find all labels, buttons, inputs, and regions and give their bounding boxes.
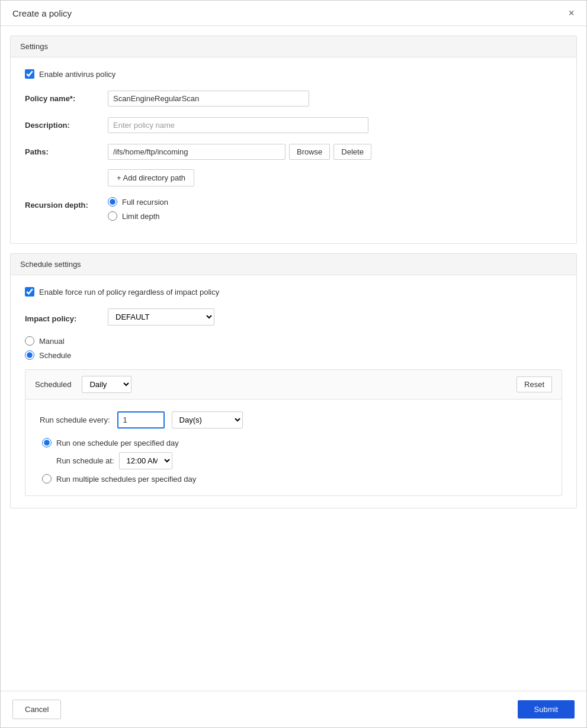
impact-policy-label: Impact policy: [25,311,108,323]
paths-label: Paths: [25,144,108,156]
schedule-type-group: Manual Schedule [25,336,562,360]
impact-policy-select[interactable]: DEFAULT LOW MEDIUM HIGH [108,308,214,326]
description-input[interactable] [108,117,368,133]
create-policy-dialog: Create a policy × Settings Enable antivi… [0,0,587,728]
schedule-section-body: Enable force run of policy regardless of… [11,275,576,508]
paths-control: Browse Delete + Add directory path [108,144,562,186]
schedule-label: Schedule [39,351,71,360]
policy-name-control [108,91,562,107]
delete-button[interactable]: Delete [333,144,371,160]
run-every-input[interactable] [117,411,165,429]
enable-antivirus-checkbox[interactable] [25,69,34,79]
full-recursion-radio[interactable] [108,197,117,207]
schedule-radio[interactable] [25,350,34,360]
enable-force-run-label: Enable force run of policy regardless of… [39,288,219,297]
limit-depth-label: Limit depth [122,212,160,221]
scheduled-label: Scheduled [35,380,71,389]
enable-antivirus-label: Enable antivirus policy [39,70,116,79]
time-select[interactable]: 12:00 AM 1:00 AM 2:00 AM 6:00 AM 12:00 P… [119,452,172,469]
submit-button[interactable]: Submit [518,700,575,719]
run-at-row: Run schedule at: 12:00 AM 1:00 AM 2:00 A… [56,452,547,469]
schedule-box: Scheduled Daily Weekly Monthly Reset [25,369,562,496]
dialog-title: Create a policy [12,8,72,18]
policy-name-input[interactable] [108,91,309,107]
paths-row: Paths: Browse Delete + Add directory pat… [25,144,562,186]
dialog-body: Settings Enable antivirus policy Policy … [1,26,586,691]
run-every-label: Run schedule every: [40,415,110,424]
schedule-section-header: Schedule settings [11,254,576,275]
settings-section: Settings Enable antivirus policy Policy … [10,36,577,244]
impact-policy-row: Impact policy: DEFAULT LOW MEDIUM HIGH [25,308,562,326]
recursion-radio-group: Full recursion Limit depth [108,197,562,221]
policy-name-row: Policy name*: [25,91,562,107]
run-at-label: Run schedule at: [56,456,114,465]
recursion-depth-row: Recursion depth: Full recursion Limit de… [25,197,562,221]
cancel-button[interactable]: Cancel [12,700,61,719]
description-label: Description: [25,117,108,130]
enable-force-run-row: Enable force run of policy regardless of… [25,287,562,297]
run-schedule-options: Run one schedule per specified day Run s… [42,438,547,484]
add-directory-path-button[interactable]: + Add directory path [108,169,194,186]
schedule-box-body: Run schedule every: Day(s) Week(s) Month… [25,400,562,495]
dialog-header: Create a policy × [1,1,586,26]
multiple-schedule-option: Run multiple schedules per specified day [42,474,547,484]
one-schedule-label: Run one schedule per specified day [56,439,179,447]
frequency-select[interactable]: Daily Weekly Monthly [82,376,131,393]
policy-name-label: Policy name*: [25,91,108,103]
close-button[interactable]: × [568,8,575,18]
reset-button[interactable]: Reset [517,376,552,392]
recursion-depth-control: Full recursion Limit depth [108,197,562,221]
settings-section-header: Settings [11,36,576,57]
recursion-depth-label: Recursion depth: [25,197,108,210]
multiple-schedule-label: Run multiple schedules per specified day [56,475,196,484]
dialog-footer: Cancel Submit [1,691,586,727]
one-schedule-option: Run one schedule per specified day [42,438,547,447]
enable-force-run-checkbox[interactable] [25,287,34,297]
full-recursion-option: Full recursion [108,197,562,207]
scheduled-control-row: Scheduled Daily Weekly Monthly [35,376,131,393]
schedule-box-header: Scheduled Daily Weekly Monthly Reset [25,370,562,400]
limit-depth-option: Limit depth [108,211,562,221]
schedule-option: Schedule [25,350,562,360]
multiple-schedule-radio[interactable] [42,474,52,484]
description-control [108,117,562,133]
full-recursion-label: Full recursion [122,198,168,207]
days-select[interactable]: Day(s) Week(s) Month(s) [172,411,243,429]
run-every-row: Run schedule every: Day(s) Week(s) Month… [40,411,547,429]
schedule-section: Schedule settings Enable force run of po… [10,253,577,508]
manual-radio[interactable] [25,336,34,346]
browse-button[interactable]: Browse [289,144,330,160]
one-schedule-radio[interactable] [42,438,52,447]
description-row: Description: [25,117,562,133]
path-input[interactable] [108,144,286,160]
manual-label: Manual [39,337,65,346]
limit-depth-radio[interactable] [108,211,117,221]
path-entry-row: Browse Delete [108,144,562,160]
manual-option: Manual [25,336,562,346]
settings-section-body: Enable antivirus policy Policy name*: De… [11,57,576,243]
enable-antivirus-row: Enable antivirus policy [25,69,562,79]
